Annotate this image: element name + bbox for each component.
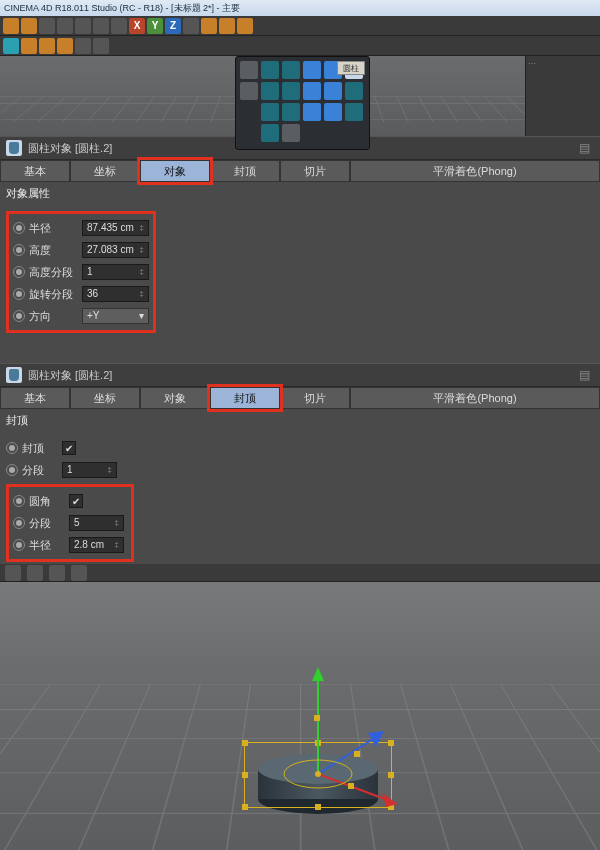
section-object-props: 对象属性 bbox=[0, 182, 600, 205]
input-fseg[interactable]: 5‡ bbox=[69, 515, 124, 531]
selection-bounding-box bbox=[244, 742, 392, 808]
tool-undo-icon[interactable] bbox=[3, 18, 19, 34]
torus-icon[interactable] bbox=[345, 82, 363, 100]
label-radius: 半径 bbox=[29, 221, 82, 236]
tab-slice[interactable]: 切片 bbox=[280, 160, 350, 182]
window-titlebar: CINEMA 4D R18.011 Studio (RC - R18) - [未… bbox=[0, 0, 600, 16]
tab-basic[interactable]: 基本 bbox=[0, 387, 70, 409]
tool-scale-icon[interactable] bbox=[75, 18, 91, 34]
vp-display-icon[interactable] bbox=[27, 565, 43, 581]
input-height[interactable]: 27.083 cm‡ bbox=[82, 242, 149, 258]
popup-opt-icon[interactable] bbox=[240, 82, 258, 100]
gizmo-y-arrow-icon[interactable] bbox=[312, 667, 324, 681]
panel-menu-icon[interactable]: ▤ bbox=[579, 368, 594, 382]
attributes-panel-object: 圆柱对象 [圆柱.2] ▤ 基本 坐标 对象 封顶 切片 平滑着色(Phong)… bbox=[0, 136, 600, 343]
platonic-icon[interactable] bbox=[303, 103, 321, 121]
popup-cylinder-label[interactable]: 圆柱 bbox=[337, 61, 365, 75]
figure-icon[interactable] bbox=[324, 103, 342, 121]
viewport-perspective-main[interactable] bbox=[0, 564, 600, 850]
input-frad[interactable]: 2.8 cm‡ bbox=[69, 537, 124, 553]
tab-coord[interactable]: 坐标 bbox=[70, 160, 140, 182]
radio-icon[interactable] bbox=[13, 244, 25, 256]
tab-slice[interactable]: 切片 bbox=[280, 387, 350, 409]
tool-select-icon[interactable] bbox=[39, 18, 55, 34]
landscape-icon[interactable] bbox=[345, 103, 363, 121]
disc-icon[interactable] bbox=[261, 82, 279, 100]
input-hseg[interactable]: 1‡ bbox=[82, 264, 149, 280]
vp-filter-icon[interactable] bbox=[71, 565, 87, 581]
panel-header-text: 圆柱对象 [圆柱.2] bbox=[28, 141, 112, 156]
object-manager-stub[interactable]: ··· bbox=[525, 56, 600, 136]
axis-x-toggle[interactable]: X bbox=[129, 18, 145, 34]
tab-phong[interactable]: 平滑着色(Phong) bbox=[350, 160, 600, 182]
radio-icon[interactable] bbox=[13, 517, 25, 529]
vp-options-icon[interactable] bbox=[49, 565, 65, 581]
radio-icon[interactable] bbox=[13, 310, 25, 322]
plane-icon[interactable] bbox=[282, 82, 300, 100]
pyramid-icon[interactable] bbox=[303, 82, 321, 100]
secondary-toolbar bbox=[0, 36, 600, 56]
tab-object[interactable]: 对象 bbox=[140, 160, 210, 182]
panel-menu-icon[interactable]: ▤ bbox=[579, 141, 594, 155]
mode-model-icon[interactable] bbox=[3, 38, 19, 54]
label-fillet: 圆角 bbox=[29, 494, 69, 509]
input-radius[interactable]: 87.435 cm‡ bbox=[82, 220, 149, 236]
tool-rendersettings-icon[interactable] bbox=[237, 18, 253, 34]
capsule-icon[interactable] bbox=[261, 103, 279, 121]
cylinder-object-icon bbox=[6, 140, 22, 156]
label-hseg: 高度分段 bbox=[29, 265, 82, 280]
radio-icon[interactable] bbox=[13, 222, 25, 234]
label-caps: 封顶 bbox=[22, 441, 62, 456]
tool-redo-icon[interactable] bbox=[21, 18, 37, 34]
tool-renderregion-icon[interactable] bbox=[219, 18, 235, 34]
viewport-toolbar bbox=[0, 564, 600, 582]
tube-icon[interactable] bbox=[324, 82, 342, 100]
tab-object[interactable]: 对象 bbox=[140, 387, 210, 409]
vp-camera-icon[interactable] bbox=[5, 565, 21, 581]
radio-icon[interactable] bbox=[6, 442, 18, 454]
oiltank-icon[interactable] bbox=[282, 103, 300, 121]
tool-coords-icon[interactable] bbox=[183, 18, 199, 34]
mode-edge-icon[interactable] bbox=[39, 38, 55, 54]
label-height: 高度 bbox=[29, 243, 82, 258]
tab-caps[interactable]: 封顶 bbox=[210, 160, 280, 182]
axis-y-toggle[interactable]: Y bbox=[147, 18, 163, 34]
viewport-perspective-small[interactable]: 圆柱 ··· bbox=[0, 56, 600, 136]
panel1-tabs: 基本 坐标 对象 封顶 切片 平滑着色(Phong) bbox=[0, 160, 600, 182]
panel-header: 圆柱对象 [圆柱.2] ▤ bbox=[0, 363, 600, 387]
panel2-tabs: 基本 坐标 对象 封顶 切片 平滑着色(Phong) bbox=[0, 387, 600, 409]
radio-icon[interactable] bbox=[13, 266, 25, 278]
mode-workplane-icon[interactable] bbox=[93, 38, 109, 54]
dropdown-orient[interactable]: +Y▾ bbox=[82, 308, 149, 324]
tool-render-icon[interactable] bbox=[201, 18, 217, 34]
tool-move-icon[interactable] bbox=[57, 18, 73, 34]
tab-basic[interactable]: 基本 bbox=[0, 160, 70, 182]
label-fseg: 分段 bbox=[29, 516, 69, 531]
cube-icon[interactable] bbox=[261, 61, 279, 79]
tab-coord[interactable]: 坐标 bbox=[70, 387, 140, 409]
radio-icon[interactable] bbox=[13, 495, 25, 507]
input-rseg[interactable]: 36‡ bbox=[82, 286, 149, 302]
tool-rotate-icon[interactable] bbox=[93, 18, 109, 34]
object-props-group: 半径 87.435 cm‡ 高度 27.083 cm‡ 高度分段 1‡ 旋转分段… bbox=[0, 205, 600, 343]
mode-point-icon[interactable] bbox=[21, 38, 37, 54]
radio-icon[interactable] bbox=[13, 539, 25, 551]
mode-poly-icon[interactable] bbox=[57, 38, 73, 54]
popup-history-icon[interactable] bbox=[240, 61, 258, 79]
mode-texture-icon[interactable] bbox=[75, 38, 91, 54]
relief-icon[interactable] bbox=[261, 124, 279, 142]
bezier-icon[interactable] bbox=[282, 124, 300, 142]
checkbox-fillet[interactable]: ✔ bbox=[69, 494, 83, 508]
radio-icon[interactable] bbox=[6, 464, 18, 476]
radio-icon[interactable] bbox=[13, 288, 25, 300]
tool-lastused-icon[interactable] bbox=[111, 18, 127, 34]
axis-z-toggle[interactable]: Z bbox=[165, 18, 181, 34]
cone-icon[interactable] bbox=[303, 61, 321, 79]
tab-phong[interactable]: 平滑着色(Phong) bbox=[350, 387, 600, 409]
checkbox-caps[interactable]: ✔ bbox=[62, 441, 76, 455]
tab-caps[interactable]: 封顶 bbox=[210, 387, 280, 409]
input-capseg[interactable]: 1‡ bbox=[62, 462, 117, 478]
sphere-icon[interactable] bbox=[282, 61, 300, 79]
attributes-panel-caps: 圆柱对象 [圆柱.2] ▤ 基本 坐标 对象 封顶 切片 平滑着色(Phong)… bbox=[0, 363, 600, 564]
primitive-popup: 圆柱 bbox=[235, 56, 370, 150]
